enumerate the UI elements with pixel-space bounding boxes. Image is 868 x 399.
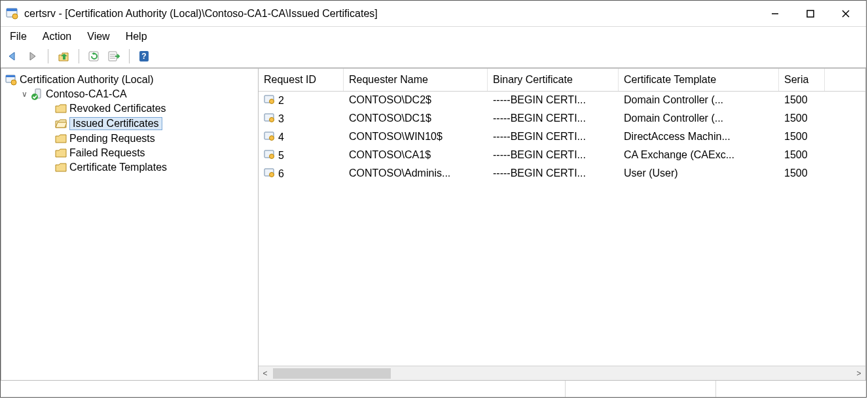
window-title: certsrv - [Certification Authority (Loca… (24, 8, 757, 20)
tree-ca-node[interactable]: ∨ Contoso-CA1-CA (17, 87, 257, 101)
cell-template: Domain Controller (... (619, 111, 779, 127)
folder-open-icon (55, 118, 67, 129)
tree: Certification Authority (Local) ∨ Contos… (3, 73, 257, 175)
cell-request-id: 6 (278, 168, 284, 180)
cell-requester: CONTOSO\WIN10$ (344, 130, 488, 145)
certificate-icon (264, 94, 276, 107)
list-body[interactable]: 2 CONTOSO\DC2$ -----BEGIN CERTI... Domai… (259, 92, 865, 366)
menu-help[interactable]: Help (126, 31, 147, 43)
table-row[interactable]: 4 CONTOSO\WIN10$ -----BEGIN CERTI... Dir… (259, 128, 865, 147)
status-bar (1, 380, 866, 397)
tree-item-label: Failed Requests (69, 147, 145, 159)
svg-point-2 (12, 14, 18, 19)
cell-request-id: 5 (278, 150, 284, 162)
svg-rect-15 (6, 75, 15, 77)
server-ok-icon (31, 88, 43, 100)
scroll-thumb[interactable] (273, 368, 391, 379)
nav-back-button[interactable] (5, 48, 22, 65)
certificate-icon (264, 149, 276, 162)
menu-bar: File Action View Help (1, 27, 866, 46)
maximize-button[interactable] (793, 1, 828, 26)
folder-icon (55, 162, 67, 173)
export-list-button[interactable] (105, 48, 122, 65)
certificate-icon (264, 113, 276, 126)
certification-authority-icon (5, 74, 17, 86)
cell-binary: -----BEGIN CERTI... (488, 111, 619, 127)
table-row[interactable]: 5 CONTOSO\CA1$ -----BEGIN CERTI... CA Ex… (259, 147, 865, 165)
toolbar: ? (1, 46, 866, 68)
list-pane: Request ID Requester Name Binary Certifi… (259, 68, 866, 380)
column-header-request-id[interactable]: Request ID (259, 69, 344, 91)
tree-item-label: Issued Certificates (69, 117, 162, 130)
tree-root[interactable]: Certification Authority (Local) (3, 73, 257, 87)
cell-binary: -----BEGIN CERTI... (488, 93, 619, 109)
list-header: Request ID Requester Name Binary Certifi… (259, 69, 865, 92)
tree-certificate-templates[interactable]: Certificate Templates (52, 160, 257, 175)
cell-requester: CONTOSO\Adminis... (344, 166, 488, 182)
cell-request-id: 3 (278, 113, 284, 125)
table-row[interactable]: 2 CONTOSO\DC2$ -----BEGIN CERTI... Domai… (259, 92, 865, 110)
table-row[interactable]: 3 CONTOSO\DC1$ -----BEGIN CERTI... Domai… (259, 110, 865, 128)
svg-point-22 (270, 118, 274, 122)
folder-icon (55, 148, 67, 158)
tree-item-label: Revoked Certificates (69, 103, 166, 114)
column-header-serial[interactable]: Seria (779, 69, 825, 91)
toolbar-separator (79, 49, 79, 63)
menu-file[interactable]: File (10, 31, 27, 43)
svg-point-26 (270, 154, 274, 159)
folder-icon (55, 103, 67, 114)
tree-failed-requests[interactable]: Failed Requests (52, 146, 257, 160)
cell-serial: 1500 (779, 111, 825, 127)
cell-serial: 1500 (779, 93, 825, 109)
title-bar: certsrv - [Certification Authority (Loca… (1, 1, 866, 27)
certificate-icon (264, 131, 276, 144)
scroll-left-icon[interactable]: < (259, 367, 272, 380)
svg-rect-1 (7, 9, 17, 11)
table-row[interactable]: 6 CONTOSO\Adminis... -----BEGIN CERTI...… (259, 165, 865, 183)
cell-request-id: 2 (278, 95, 284, 107)
help-button[interactable]: ? (136, 48, 153, 65)
app-window: certsrv - [Certification Authority (Loca… (0, 0, 867, 398)
scroll-right-icon[interactable]: > (852, 367, 865, 380)
cell-serial: 1500 (779, 166, 825, 182)
folder-icon (55, 133, 67, 144)
tree-pane[interactable]: Certification Authority (Local) ∨ Contos… (1, 68, 259, 380)
cell-serial: 1500 (779, 148, 825, 164)
svg-point-18 (31, 94, 38, 100)
tree-root-label: Certification Authority (Local) (20, 74, 154, 86)
cell-requester: CONTOSO\DC2$ (344, 93, 488, 109)
close-button[interactable] (828, 1, 863, 26)
menu-action[interactable]: Action (43, 31, 71, 43)
tree-issued-certificates[interactable]: Issued Certificates (52, 116, 257, 131)
cell-binary: -----BEGIN CERTI... (488, 166, 619, 182)
nav-forward-button[interactable] (24, 48, 41, 65)
window-controls (757, 1, 863, 26)
toolbar-separator (48, 49, 48, 63)
cell-template: CA Exchange (CAExc... (619, 148, 779, 164)
app-icon (6, 7, 19, 20)
up-one-level-button[interactable] (55, 48, 72, 65)
certificate-icon (264, 167, 276, 181)
tree-revoked-certificates[interactable]: Revoked Certificates (52, 101, 257, 116)
menu-view[interactable]: View (87, 31, 109, 43)
cell-serial: 1500 (779, 130, 825, 145)
column-header-binary-cert[interactable]: Binary Certificate (488, 69, 619, 91)
status-segment (715, 381, 866, 397)
tree-pending-requests[interactable]: Pending Requests (52, 131, 257, 146)
cell-binary: -----BEGIN CERTI... (488, 148, 619, 164)
cell-binary: -----BEGIN CERTI... (488, 130, 619, 145)
column-header-requester[interactable]: Requester Name (344, 69, 488, 91)
refresh-button[interactable] (86, 48, 103, 65)
status-segment (565, 381, 715, 397)
toolbar-separator (129, 49, 130, 63)
status-segment (1, 381, 565, 397)
tree-item-label: Certificate Templates (69, 162, 167, 173)
column-header-cert-template[interactable]: Certificate Template (619, 69, 779, 91)
horizontal-scrollbar[interactable]: < > (259, 366, 865, 380)
expand-toggle-icon[interactable]: ∨ (20, 90, 29, 99)
cell-template: Domain Controller (... (619, 93, 779, 109)
content-area: Certification Authority (Local) ∨ Contos… (1, 68, 866, 380)
svg-point-28 (270, 173, 274, 177)
tree-item-label: Pending Requests (69, 133, 155, 145)
minimize-button[interactable] (757, 1, 793, 26)
